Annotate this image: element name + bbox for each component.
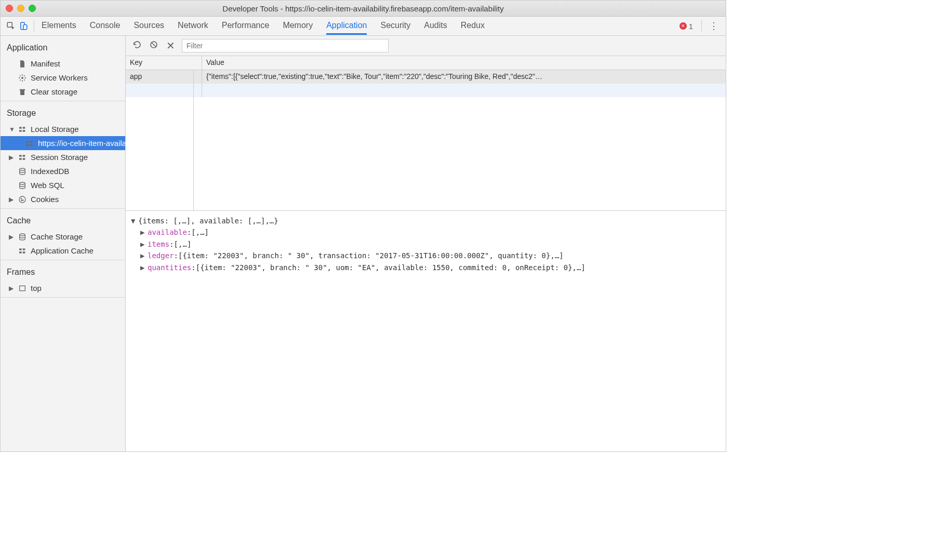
db-icon <box>18 233 26 241</box>
svg-point-20 <box>23 199 23 200</box>
property-value: [{item: "22003", branch: " 30", uom: "EA… <box>196 262 585 273</box>
svg-rect-4 <box>19 127 22 128</box>
tab-elements[interactable]: Elements <box>42 18 76 34</box>
sidebar-item-label: Manifest <box>31 59 60 68</box>
property-name: items <box>148 238 169 250</box>
disclosure-triangle-icon[interactable]: ▼ <box>131 215 138 226</box>
device-toolbar-icon[interactable] <box>17 20 30 32</box>
sidebar-item-label: Session Storage <box>31 153 88 162</box>
sidebar-item-cache-storage[interactable]: ▶Cache Storage <box>1 230 125 244</box>
window-minimize-button[interactable] <box>17 5 24 12</box>
object-property-row[interactable]: ▶available: [,…] <box>131 226 721 238</box>
column-resizer[interactable] <box>193 70 194 210</box>
object-property-row[interactable]: ▶quantities: [{item: "22003", branch: " … <box>131 262 721 273</box>
frame-icon <box>18 284 26 292</box>
value-inspector: ▼{items: [,…], available: [,…],…}▶availa… <box>126 211 726 451</box>
svg-point-16 <box>20 168 25 170</box>
tab-audits[interactable]: Audits <box>424 18 447 34</box>
window-zoom-button[interactable] <box>29 5 36 12</box>
svg-rect-2 <box>23 25 27 30</box>
error-count-badge[interactable]: 1 <box>679 22 693 31</box>
sidebar-item-label: Local Storage <box>31 125 79 134</box>
disclosure-triangle-icon[interactable]: ▶ <box>140 262 148 273</box>
tab-redux[interactable]: Redux <box>461 18 485 34</box>
trash-icon <box>18 88 26 96</box>
property-value: [{item: "22003", branch: " 30", transact… <box>178 250 564 261</box>
file-icon <box>18 60 26 68</box>
object-summary[interactable]: {items: [,…], available: [,…],…} <box>138 215 278 226</box>
tab-performance[interactable]: Performance <box>222 18 270 34</box>
sidebar-item-label: Cache Storage <box>31 232 83 241</box>
inspect-element-icon[interactable] <box>5 20 17 32</box>
svg-rect-10 <box>26 144 29 145</box>
disclosure-triangle-icon[interactable]: ▶ <box>9 154 14 161</box>
tab-console[interactable]: Console <box>90 18 121 34</box>
key-value-table: Key Value app {"items":[{"select":true,"… <box>126 56 726 211</box>
svg-point-21 <box>21 200 22 201</box>
sidebar-item-local-storage[interactable]: ▼Local Storage <box>1 122 125 136</box>
more-menu-icon[interactable]: ⋮ <box>706 20 722 32</box>
table-row[interactable]: app {"items":[{"select":true,"existing":… <box>126 70 726 84</box>
window-title: Developer Tools - https://io-celin-item-… <box>1 4 726 13</box>
disclosure-triangle-icon[interactable]: ▶ <box>9 233 14 241</box>
block-icon[interactable] <box>149 40 159 52</box>
svg-point-19 <box>21 198 21 199</box>
sidebar-item-origin[interactable]: https://io-celin-item-availab <box>1 136 125 150</box>
svg-rect-9 <box>30 141 33 142</box>
cookie-icon <box>18 195 26 204</box>
sidebar-item-indexeddb[interactable]: IndexedDB <box>1 164 125 178</box>
svg-rect-5 <box>23 127 25 128</box>
filter-input[interactable] <box>182 39 389 52</box>
sidebar-item-label: https://io-celin-item-availab <box>38 139 126 148</box>
application-sidebar: ApplicationManifestService WorkersClear … <box>1 36 126 451</box>
sidebar-item-manifest[interactable]: Manifest <box>1 57 125 71</box>
sidebar-heading: Application <box>1 40 125 57</box>
grid-icon <box>25 139 34 148</box>
svg-point-18 <box>19 196 25 203</box>
sidebar-item-cookies[interactable]: ▶Cookies <box>1 192 125 206</box>
sidebar-item-label: IndexedDB <box>31 167 69 176</box>
table-row-empty[interactable] <box>126 84 726 97</box>
svg-rect-6 <box>19 130 22 131</box>
svg-rect-14 <box>19 158 22 159</box>
sidebar-heading: Storage <box>1 105 125 122</box>
sidebar-item-top[interactable]: ▶top <box>1 281 125 295</box>
sidebar-item-service-workers[interactable]: Service Workers <box>1 71 125 85</box>
svg-rect-11 <box>30 144 33 145</box>
grid-icon <box>18 153 26 162</box>
refresh-icon[interactable] <box>132 40 142 52</box>
separator <box>34 20 34 32</box>
svg-rect-23 <box>19 248 22 250</box>
sidebar-item-web-sql[interactable]: Web SQL <box>1 178 125 192</box>
sidebar-item-session-storage[interactable]: ▶Session Storage <box>1 150 125 164</box>
disclosure-triangle-icon[interactable]: ▶ <box>9 196 14 203</box>
tab-network[interactable]: Network <box>178 18 208 34</box>
svg-point-3 <box>21 77 23 79</box>
object-property-row[interactable]: ▶items: [,…] <box>131 238 721 250</box>
disclosure-triangle-icon[interactable]: ▶ <box>9 285 14 292</box>
column-header-key[interactable]: Key <box>126 56 202 70</box>
storage-toolbar: ✕ <box>126 36 726 56</box>
grid-icon <box>18 125 26 134</box>
disclosure-triangle-icon[interactable]: ▼ <box>9 126 14 133</box>
clear-icon[interactable]: ✕ <box>165 39 176 52</box>
property-name: available <box>148 226 187 238</box>
column-header-value[interactable]: Value <box>202 56 726 70</box>
sidebar-item-application-cache[interactable]: Application Cache <box>1 244 125 258</box>
tab-application[interactable]: Application <box>326 18 367 35</box>
disclosure-triangle-icon[interactable]: ▶ <box>140 238 148 250</box>
svg-rect-7 <box>23 130 25 131</box>
sidebar-item-label: Application Cache <box>31 246 94 255</box>
disclosure-triangle-icon[interactable]: ▶ <box>140 250 148 261</box>
property-name: quantities <box>148 262 191 273</box>
disclosure-triangle-icon[interactable]: ▶ <box>140 226 148 238</box>
tab-security[interactable]: Security <box>380 18 410 34</box>
sidebar-item-clear-storage[interactable]: Clear storage <box>1 85 125 99</box>
window-close-button[interactable] <box>6 5 13 12</box>
devtools-tabs-row: ElementsConsoleSourcesNetworkPerformance… <box>1 17 726 36</box>
tab-sources[interactable]: Sources <box>134 18 164 34</box>
object-property-row[interactable]: ▶ledger: [{item: "22003", branch: " 30",… <box>131 250 721 261</box>
tab-memory[interactable]: Memory <box>283 18 313 34</box>
gear-icon <box>18 74 26 82</box>
db-icon <box>18 181 26 190</box>
